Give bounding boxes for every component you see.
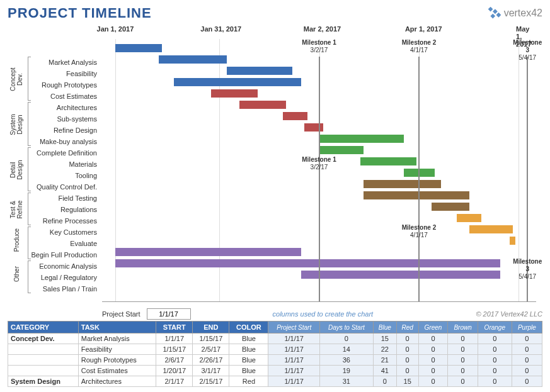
table-header: END: [193, 322, 229, 333]
table-cell: Concept Dev.: [8, 333, 79, 344]
axis-tick-label: Jan 1, 2017: [97, 25, 134, 33]
table-cell: 0: [396, 344, 418, 355]
group-bracket: [28, 57, 31, 101]
group-label: System Design: [9, 112, 23, 137]
table-cell: Cost Estimates: [78, 366, 156, 376]
group-bracket: [28, 260, 31, 293]
milestone-inline-label: Milestone 13/2/17: [302, 156, 336, 171]
group-label: Concept Dev.: [9, 67, 23, 92]
data-table: CATEGORYTASKSTARTENDCOLORProject StartDa…: [8, 321, 542, 387]
table-cell: Blue: [229, 366, 268, 376]
table-cell: 0: [478, 366, 512, 376]
group-bracket: [28, 147, 31, 191]
table-cell: 0: [512, 366, 542, 376]
vertex42-logo: vertex42: [488, 6, 542, 20]
task-bar: [364, 180, 441, 188]
table-cell: 0: [319, 333, 373, 344]
milestone-line: [418, 57, 420, 301]
table-cell: 1/1/17: [156, 333, 193, 344]
table-header: START: [156, 322, 193, 333]
task-label: Sales Plan / Train: [8, 285, 101, 293]
table-cell: 41: [373, 366, 396, 376]
table-row: System DesignArchitectures2/1/172/15/17R…: [8, 376, 542, 387]
table-cell: 0: [448, 355, 478, 366]
table-cell: Blue: [229, 355, 268, 366]
table-cell: 0: [373, 376, 396, 387]
task-row: Sub-systems: [8, 113, 536, 125]
table-cell: 0: [396, 355, 418, 366]
task-bar: [510, 237, 516, 245]
project-start-input[interactable]: [147, 308, 191, 320]
milestone-inline-label: Milestone 35/4/17: [513, 258, 542, 281]
table-cell: 21: [373, 355, 396, 366]
table-cell: 0: [418, 366, 448, 376]
task-label: Cost Estimates: [8, 92, 101, 100]
table-cell: Blue: [229, 333, 268, 344]
table-cell: 1/15/17: [193, 333, 229, 344]
task-bar: [432, 203, 469, 211]
table-sub-header: Brown: [448, 322, 478, 333]
task-row: Make-buy analysis: [8, 136, 536, 147]
table-cell: Red: [229, 376, 268, 387]
task-bar: [115, 44, 162, 52]
axis-tick-label: Jan 31, 2017: [200, 25, 241, 33]
table-sub-header: Orange: [478, 322, 512, 333]
table-cell: [8, 366, 79, 376]
table-cell: 0: [418, 344, 448, 355]
group-label: Test & Refine: [9, 197, 23, 222]
project-start-label: Project Start: [102, 310, 140, 318]
table-cell: 36: [319, 355, 373, 366]
table-cell: 31: [319, 376, 373, 387]
table-cell: 0: [478, 333, 512, 344]
milestone-line: [319, 57, 320, 301]
task-label: Legal / Regulatory: [8, 274, 101, 281]
task-bar: [457, 214, 481, 222]
task-label: Begin Full Production: [8, 251, 101, 259]
table-cell: Rough Prototypes: [78, 355, 156, 366]
task-bar: [301, 271, 500, 279]
task-bar: [360, 157, 416, 165]
table-cell: Architectures: [78, 376, 156, 387]
table-cell: 0: [418, 376, 448, 387]
meta-row: Project Start columns used to create the…: [8, 308, 542, 320]
task-bar: [159, 55, 227, 64]
table-cell: 1/15/17: [156, 344, 193, 355]
gantt-chart: Jan 1, 2017Jan 31, 2017Mar 2, 2017Apr 1,…: [8, 25, 542, 302]
table-cell: 1/20/17: [156, 366, 193, 376]
task-label: Make-buy analysis: [8, 138, 101, 145]
table-cell: 1/1/17: [268, 355, 319, 366]
page-title: PROJECT TIMELINE: [8, 5, 152, 21]
table-cell: 3/1/17: [193, 366, 229, 376]
table-header: CATEGORY: [8, 322, 79, 333]
task-bar: [320, 135, 404, 143]
task-bar: [364, 191, 469, 199]
axis-tick-label: Apr 1, 2017: [405, 25, 442, 33]
group-label: Other: [13, 262, 20, 287]
table-cell: 0: [448, 366, 478, 376]
table-row: Feasibility1/15/172/5/17Blue1/1/17142200…: [8, 344, 542, 355]
table-cell: 0: [396, 333, 418, 344]
task-label: Economic Analysis: [8, 262, 101, 270]
task-row: Refine Design: [8, 125, 536, 136]
table-row: Cost Estimates1/20/173/1/17Blue1/1/17194…: [8, 366, 542, 376]
group-bracket: [28, 102, 31, 146]
task-row: Key Customers: [8, 227, 536, 238]
task-row: Tooling: [8, 170, 536, 181]
task-label: Architectures: [8, 104, 101, 111]
table-cell: 0: [512, 344, 542, 355]
table-row: Concept Dev.Market Analysis1/1/171/15/17…: [8, 333, 542, 344]
table-sub-header: Green: [418, 322, 448, 333]
svg-rect-2: [490, 14, 495, 19]
table-cell: 0: [448, 344, 478, 355]
svg-rect-3: [496, 13, 501, 18]
task-row: Materials: [8, 159, 536, 170]
task-bar: [304, 123, 323, 132]
table-sub-header: Days to Start: [319, 322, 373, 333]
table-cell: [8, 344, 79, 355]
task-bar: [174, 78, 301, 86]
copyright: © 2017 Vertex42 LLC: [476, 310, 542, 318]
task-label: Complete Definition: [8, 149, 101, 157]
table-cell: 2/26/17: [193, 355, 229, 366]
group-bracket: [28, 193, 31, 225]
task-bar: [115, 248, 302, 256]
